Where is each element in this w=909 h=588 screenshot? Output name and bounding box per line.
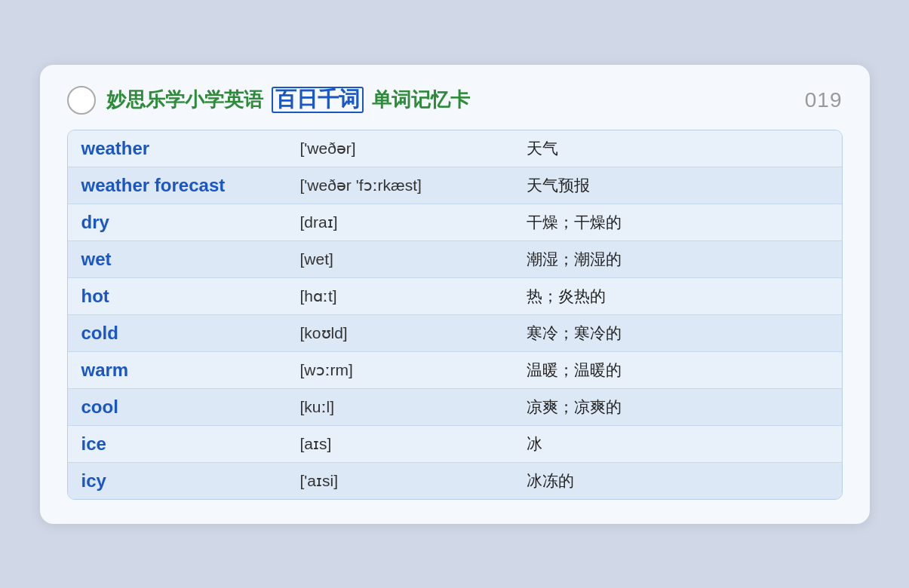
table-row: hot[hɑːt]热；炎热的	[68, 278, 842, 315]
phonetic-cell: [kuːl]	[287, 389, 513, 426]
table-row: cold[koʊld]寒冷；寒冷的	[68, 315, 842, 352]
brand-text: 百日千词	[272, 87, 364, 113]
meaning-cell: 冰冻的	[513, 463, 842, 499]
vocab-card: 妙思乐学小学英语 百日千词 单词记忆卡 019 weather['weðər]天…	[40, 65, 870, 524]
circle-logo	[67, 86, 96, 115]
word-cell: hot	[68, 278, 287, 315]
title-suffix: 单词记忆卡	[372, 88, 470, 111]
word-cell: wet	[68, 241, 287, 278]
card-header: 妙思乐学小学英语 百日千词 单词记忆卡 019	[67, 86, 843, 115]
phonetic-cell: ['weðər]	[287, 130, 513, 167]
meaning-cell: 干燥；干燥的	[513, 204, 842, 241]
header-left: 妙思乐学小学英语 百日千词 单词记忆卡	[67, 86, 470, 115]
meaning-cell: 凉爽；凉爽的	[513, 389, 842, 426]
meaning-cell: 冰	[513, 426, 842, 463]
table-row: dry[draɪ]干燥；干燥的	[68, 204, 842, 241]
phonetic-cell: [wet]	[287, 241, 513, 278]
word-cell: icy	[68, 463, 287, 499]
table-row: cool[kuːl]凉爽；凉爽的	[68, 389, 842, 426]
word-cell: dry	[68, 204, 287, 241]
phonetic-cell: ['weðər 'fɔːrkæst]	[287, 167, 513, 204]
phonetic-cell: [hɑːt]	[287, 278, 513, 315]
word-cell: ice	[68, 426, 287, 463]
table-row: weather['weðər]天气	[68, 130, 842, 167]
table-row: warm[wɔːrm]温暖；温暖的	[68, 352, 842, 389]
phonetic-cell: [wɔːrm]	[287, 352, 513, 389]
word-cell: warm	[68, 352, 287, 389]
word-cell: cold	[68, 315, 287, 352]
table-row: wet[wet]潮湿；潮湿的	[68, 241, 842, 278]
phonetic-cell: [koʊld]	[287, 315, 513, 352]
header-title: 妙思乐学小学英语 百日千词 单词记忆卡	[106, 87, 470, 113]
phonetic-cell: [aɪs]	[287, 426, 513, 463]
meaning-cell: 天气	[513, 130, 842, 167]
word-cell: weather	[68, 130, 287, 167]
table-row: weather forecast['weðər 'fɔːrkæst]天气预报	[68, 167, 842, 204]
meaning-cell: 潮湿；潮湿的	[513, 241, 842, 278]
meaning-cell: 温暖；温暖的	[513, 352, 842, 389]
table-row: icy['aɪsi]冰冻的	[68, 463, 842, 499]
vocab-table: weather['weðər]天气weather forecast['weðər…	[67, 130, 843, 500]
phonetic-cell: ['aɪsi]	[287, 463, 513, 499]
title-prefix: 妙思乐学小学英语	[106, 88, 263, 111]
phonetic-cell: [draɪ]	[287, 204, 513, 241]
table-row: ice[aɪs]冰	[68, 426, 842, 463]
meaning-cell: 寒冷；寒冷的	[513, 315, 842, 352]
meaning-cell: 热；炎热的	[513, 278, 842, 315]
meaning-cell: 天气预报	[513, 167, 842, 204]
card-number: 019	[805, 88, 843, 112]
word-cell: weather forecast	[68, 167, 287, 204]
word-cell: cool	[68, 389, 287, 426]
